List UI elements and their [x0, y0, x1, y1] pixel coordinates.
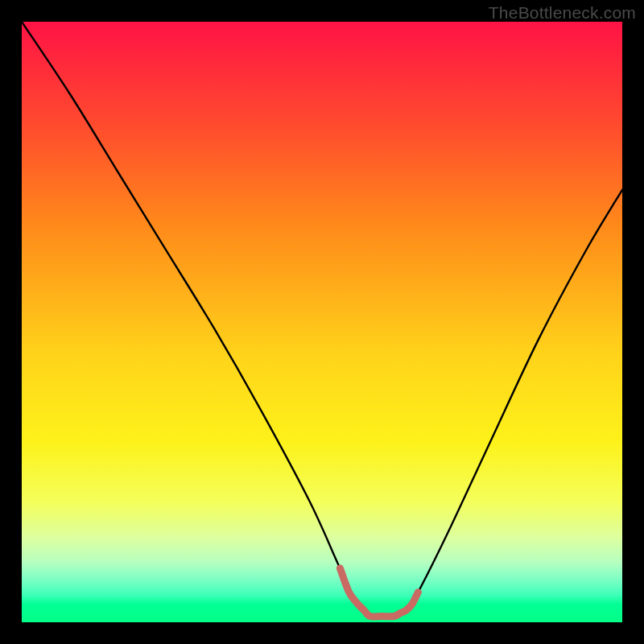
- trough-highlight: [340, 568, 418, 617]
- plot-area: [22, 22, 622, 622]
- curve-layer: [22, 22, 622, 622]
- bottleneck-curve: [22, 22, 622, 617]
- chart-frame: TheBottleneck.com: [0, 0, 644, 644]
- watermark-text: TheBottleneck.com: [489, 3, 636, 23]
